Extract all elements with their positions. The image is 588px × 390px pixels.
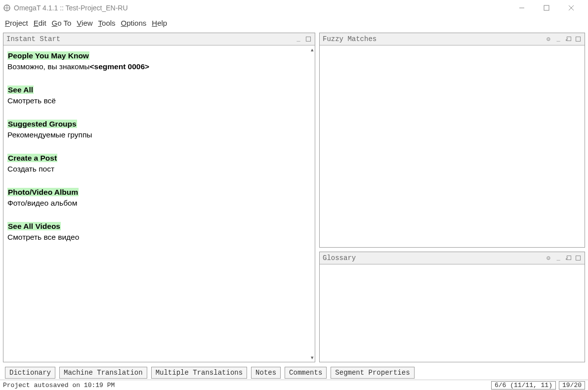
svg-rect-4 — [544, 5, 549, 10]
segment-counter: 6/6 (11/11, 11) — [491, 381, 556, 390]
segment-source: Photo/Video Album — [7, 188, 79, 196]
editor-body[interactable]: People You May KnowВозможно, вы знакомы<… — [3, 45, 315, 362]
segment-block[interactable]: Suggested GroupsРекомендуемые группы — [7, 119, 311, 141]
app-icon — [3, 4, 11, 12]
gear-icon[interactable] — [545, 255, 552, 261]
glossary-body[interactable] — [320, 264, 585, 362]
status-bar: Project autosaved on 10:19 PM 6/6 (11/11… — [0, 380, 588, 390]
tab-comments[interactable]: Comments — [285, 367, 327, 379]
bottom-tab-bar: Dictionary Machine Translation Multiple … — [0, 365, 588, 380]
panel-minimize-icon[interactable]: _ — [295, 36, 302, 43]
window-title: OmegaT 4.1.1 :: Test-Project_EN-RU — [14, 4, 515, 12]
segment-source: Create a Post — [7, 154, 57, 162]
segment-target[interactable]: Возможно, вы знакомы — [7, 62, 90, 71]
svg-rect-7 — [306, 37, 311, 42]
glossary-panel-title: Glossary — [323, 254, 545, 262]
minimize-button[interactable] — [515, 2, 529, 14]
glossary-panel-header: Glossary _ — [320, 252, 585, 264]
segment-block[interactable]: Photo/Video AlbumФото/видео альбом — [7, 187, 311, 209]
panel-popout-icon[interactable] — [565, 255, 572, 261]
fuzzy-body[interactable] — [320, 45, 585, 247]
scroll-down-icon[interactable]: ▾ — [311, 354, 314, 361]
menu-tools[interactable]: Tools — [98, 19, 116, 27]
segment-target[interactable]: Рекомендуемые группы — [7, 130, 92, 139]
segment-marker: <segment 0006> — [90, 62, 150, 71]
fuzzy-panel-title: Fuzzy Matches — [323, 35, 545, 43]
panel-minimize-icon[interactable]: _ — [555, 255, 562, 261]
gear-icon[interactable] — [545, 36, 552, 43]
editor-panel-header: Instant Start _ — [3, 33, 315, 45]
segment-block[interactable]: People You May KnowВозможно, вы знакомы<… — [7, 50, 311, 73]
tab-multiple-translations[interactable]: Multiple Translations — [151, 367, 247, 379]
editor-panel-title: Instant Start — [6, 35, 295, 43]
status-message: Project autosaved on 10:19 PM — [3, 382, 488, 389]
menu-help[interactable]: Help — [152, 19, 167, 27]
tab-segment-properties[interactable]: Segment Properties — [331, 367, 414, 379]
title-bar: OmegaT 4.1.1 :: Test-Project_EN-RU — [0, 0, 588, 16]
fuzzy-matches-panel: Fuzzy Matches _ — [319, 33, 585, 248]
menu-options[interactable]: Options — [121, 19, 147, 27]
menu-edit[interactable]: Edit — [34, 19, 46, 27]
menu-view[interactable]: View — [77, 19, 92, 27]
maximize-button[interactable] — [540, 2, 553, 14]
segment-source: People You May Know — [7, 51, 89, 60]
segment-source: Suggested Groups — [7, 120, 77, 128]
workspace: Instant Start _ People You May KnowВозмо… — [0, 30, 588, 365]
file-counter: 19/20 — [559, 381, 585, 390]
tab-notes[interactable]: Notes — [251, 367, 281, 379]
tab-dictionary[interactable]: Dictionary — [5, 367, 55, 379]
fuzzy-panel-header: Fuzzy Matches _ — [320, 33, 585, 45]
panel-maximize-icon[interactable] — [305, 36, 312, 43]
panel-minimize-icon[interactable]: _ — [555, 36, 562, 43]
menu-bar: Project Edit Go To View Tools Options He… — [0, 16, 588, 30]
menu-goto[interactable]: Go To — [52, 19, 72, 27]
menu-project[interactable]: Project — [5, 19, 28, 27]
glossary-panel: Glossary _ — [319, 252, 585, 362]
panel-maximize-icon[interactable] — [575, 36, 582, 43]
segment-block[interactable]: See All VideosСмотреть все видео — [7, 221, 311, 243]
segment-target[interactable]: Смотреть все видео — [7, 233, 79, 241]
segment-source: See All — [7, 86, 34, 94]
svg-rect-9 — [576, 37, 581, 42]
tab-machine-translation[interactable]: Machine Translation — [59, 367, 147, 379]
close-button[interactable] — [564, 2, 578, 14]
scroll-up-icon[interactable]: ▴ — [311, 46, 314, 53]
segment-block[interactable]: Create a PostСоздать пост — [7, 153, 311, 175]
editor-panel: Instant Start _ People You May KnowВозмо… — [3, 33, 315, 362]
scrollbar[interactable]: ▴ ▾ — [307, 45, 315, 362]
segment-block[interactable]: See AllСмотреть всё — [7, 85, 311, 107]
segment-source: See All Videos — [7, 222, 61, 230]
segment-target[interactable]: Создать пост — [7, 165, 54, 173]
svg-rect-11 — [576, 256, 581, 260]
segment-target[interactable]: Фото/видео альбом — [7, 199, 77, 207]
panel-maximize-icon[interactable] — [575, 255, 582, 261]
segment-target[interactable]: Смотреть всё — [7, 96, 56, 105]
panel-popout-icon[interactable] — [565, 36, 572, 43]
